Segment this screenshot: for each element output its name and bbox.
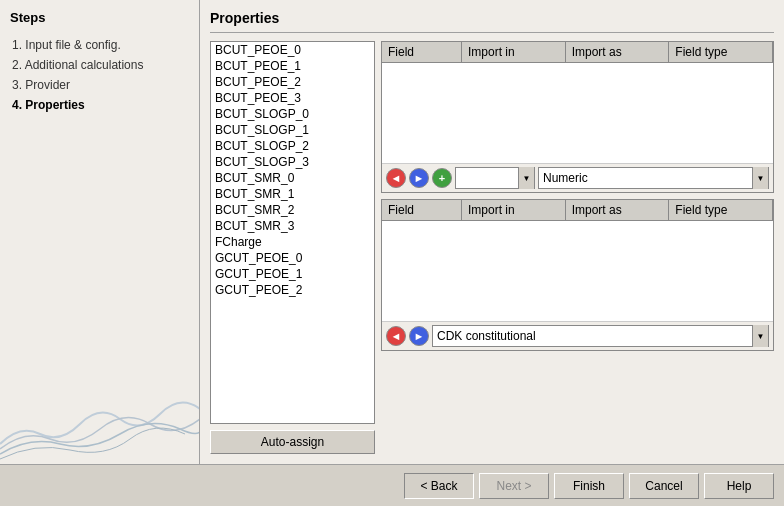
main-panel: Properties BCUT_PEOE_0BCUT_PEOE_1BCUT_PE… <box>200 0 784 464</box>
property-block-1: Field Import in Import as Field type ◄ ► <box>381 41 774 193</box>
list-item[interactable]: BCUT_SMR_1 <box>211 186 374 202</box>
remove-icon-2: ◄ <box>391 330 402 342</box>
step-3-number: 3. <box>12 78 22 92</box>
property-block-1-header: Field Import in Import as Field type <box>382 42 773 63</box>
property-body-1 <box>382 63 773 163</box>
list-section: BCUT_PEOE_0BCUT_PEOE_1BCUT_PEOE_2BCUT_PE… <box>210 41 375 454</box>
sidebar: Steps 1. Input file & config. 2. Additio… <box>0 0 200 464</box>
list-item[interactable]: GCUT_PEOE_2 <box>211 282 374 298</box>
import-input-1[interactable] <box>456 169 518 187</box>
panel-content: BCUT_PEOE_0BCUT_PEOE_1BCUT_PEOE_2BCUT_PE… <box>210 41 774 454</box>
add-button-2[interactable]: ► <box>409 326 429 346</box>
field-list[interactable]: BCUT_PEOE_0BCUT_PEOE_1BCUT_PEOE_2BCUT_PE… <box>211 42 374 337</box>
main-container: Steps 1. Input file & config. 2. Additio… <box>0 0 784 506</box>
type-value-1: Numeric <box>539 169 752 187</box>
property-block-2-header: Field Import in Import as Field type <box>382 200 773 221</box>
type-dropdown-1[interactable]: Numeric ▼ <box>538 167 769 189</box>
list-item[interactable]: GCUT_PEOE_1 <box>211 266 374 282</box>
import-dropdown-1[interactable]: ▼ <box>455 167 535 189</box>
content-area: Steps 1. Input file & config. 2. Additio… <box>0 0 784 464</box>
type-value-2: CDK constitutional <box>433 327 752 345</box>
list-item[interactable]: BCUT_PEOE_0 <box>211 42 374 58</box>
properties-section: Field Import in Import as Field type ◄ ► <box>381 41 774 454</box>
list-item[interactable]: BCUT_SLOGP_1 <box>211 122 374 138</box>
list-item[interactable]: BCUT_PEOE_2 <box>211 74 374 90</box>
remove-button-1[interactable]: ◄ <box>386 168 406 188</box>
property-controls-1: ◄ ► + ▼ <box>382 163 773 192</box>
header-import-in-2: Import in <box>462 200 566 220</box>
list-item[interactable]: BCUT_SLOGP_0 <box>211 106 374 122</box>
header-import-as-2: Import as <box>566 200 670 220</box>
step-2-number: 2. <box>12 58 22 72</box>
header-field-2: Field <box>382 200 462 220</box>
steps-list: 1. Input file & config. 2. Additional ca… <box>10 35 189 115</box>
list-item[interactable]: BCUT_PEOE_3 <box>211 90 374 106</box>
step-3-label: Provider <box>25 78 70 92</box>
finish-button[interactable]: Finish <box>554 473 624 499</box>
header-import-as-1: Import as <box>566 42 670 62</box>
auto-assign-button[interactable]: Auto-assign <box>210 430 375 454</box>
list-item[interactable]: BCUT_SLOGP_3 <box>211 154 374 170</box>
new-button-1[interactable]: + <box>432 168 452 188</box>
step-2-label: Additional calculations <box>25 58 144 72</box>
add-icon-1: ► <box>414 172 425 184</box>
step-4: 4. Properties <box>10 95 189 115</box>
step-4-number: 4. <box>12 98 22 112</box>
list-item[interactable]: GCUT_PEOE_0 <box>211 250 374 266</box>
back-button[interactable]: < Back <box>404 473 474 499</box>
list-item[interactable]: BCUT_SMR_3 <box>211 218 374 234</box>
list-item[interactable]: BCUT_SMR_2 <box>211 202 374 218</box>
type-dropdown-2[interactable]: CDK constitutional ▼ <box>432 325 769 347</box>
header-field-1: Field <box>382 42 462 62</box>
list-item[interactable]: BCUT_PEOE_1 <box>211 58 374 74</box>
list-item[interactable]: BCUT_SLOGP_2 <box>211 138 374 154</box>
footer: < Back Next > Finish Cancel Help <box>0 464 784 506</box>
header-field-type-1: Field type <box>669 42 773 62</box>
add-button-1[interactable]: ► <box>409 168 429 188</box>
list-item[interactable]: BCUT_SMR_0 <box>211 170 374 186</box>
remove-icon-1: ◄ <box>391 172 402 184</box>
step-1-number: 1. <box>12 38 22 52</box>
type-arrow-1[interactable]: ▼ <box>752 167 768 189</box>
panel-title: Properties <box>210 10 774 33</box>
type-arrow-2[interactable]: ▼ <box>752 325 768 347</box>
remove-button-2[interactable]: ◄ <box>386 326 406 346</box>
step-1-label: Input file & config. <box>25 38 120 52</box>
import-arrow-1[interactable]: ▼ <box>518 167 534 189</box>
new-icon-1: + <box>439 172 445 184</box>
step-4-label: Properties <box>25 98 84 112</box>
header-import-in-1: Import in <box>462 42 566 62</box>
help-button[interactable]: Help <box>704 473 774 499</box>
property-controls-2: ◄ ► CDK constitutional ▼ <box>382 321 773 350</box>
add-icon-2: ► <box>414 330 425 342</box>
cancel-button[interactable]: Cancel <box>629 473 699 499</box>
steps-title: Steps <box>10 10 189 25</box>
step-1: 1. Input file & config. <box>10 35 189 55</box>
header-field-type-2: Field type <box>669 200 773 220</box>
step-2: 2. Additional calculations <box>10 55 189 75</box>
property-block-2: Field Import in Import as Field type ◄ ► <box>381 199 774 351</box>
wave-graphic <box>0 364 200 464</box>
property-body-2 <box>382 221 773 321</box>
field-list-container: BCUT_PEOE_0BCUT_PEOE_1BCUT_PEOE_2BCUT_PE… <box>210 41 375 424</box>
step-3: 3. Provider <box>10 75 189 95</box>
list-item[interactable]: FCharge <box>211 234 374 250</box>
next-button[interactable]: Next > <box>479 473 549 499</box>
sidebar-decoration <box>0 364 200 464</box>
